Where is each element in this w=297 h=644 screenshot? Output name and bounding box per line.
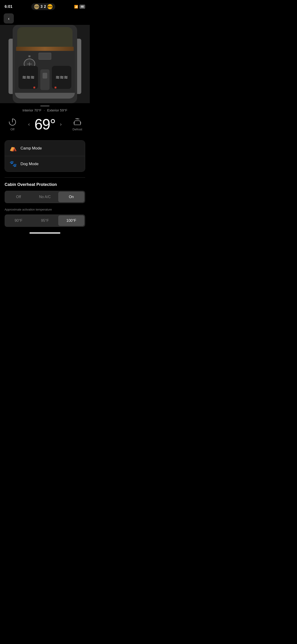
score-right: 2 — [44, 4, 46, 9]
battery-level: 46 — [81, 5, 84, 8]
wood-trim — [16, 47, 74, 51]
power-icon — [8, 118, 16, 126]
camp-mode-icon: ⛺ — [10, 145, 17, 152]
back-button[interactable]: ‹ — [4, 13, 14, 24]
climate-control: Off ‹ 69° › Defrost — [0, 116, 90, 133]
temp-info: Interior 70°F · Exterior 59°F — [0, 108, 90, 112]
car-bottom-bumper — [15, 93, 75, 98]
temp-value: 69° — [34, 116, 56, 133]
temp-increase-button[interactable]: › — [58, 120, 63, 129]
power-off-label: Off — [10, 128, 14, 131]
status-right: 📶 46 — [74, 4, 85, 9]
mode-cards: ⛺ Camp Mode 🐾 Dog Mode — [4, 140, 85, 172]
interior-temp: Interior 70°F — [22, 108, 42, 112]
temp-display: ‹ 69° › — [26, 116, 63, 133]
battery-indicator: 46 — [80, 4, 85, 9]
cabin-overheat-title: Cabin Overheat Protection — [4, 182, 85, 187]
seatbelt-right — [54, 86, 56, 88]
status-bar: 6:01 VGK 3 2 BOS 📶 46 — [0, 0, 90, 12]
activation-temp-label: Approximate activation temperature — [4, 208, 85, 211]
overheat-segmented-control: Off No A/C On — [4, 191, 85, 203]
temp-95-button[interactable]: 95°F — [32, 215, 58, 226]
exterior-temp: Exterior 59°F — [47, 108, 68, 112]
section-divider — [4, 177, 85, 178]
right-seat-heat-icon: ≋≋≋ — [56, 74, 68, 80]
score-widget: VGK 3 2 BOS — [31, 3, 55, 10]
team-vgk-logo: VGK — [34, 4, 39, 9]
temp-90-button[interactable]: 90°F — [6, 215, 32, 226]
dog-mode-label: Dog Mode — [20, 162, 38, 166]
car-image-container: ≋ ≋≋≋ ≋≋≋ — [0, 25, 90, 103]
team-bos-logo: BOS — [48, 4, 52, 9]
car-body: ≋ ≋≋≋ ≋≋≋ — [13, 25, 77, 103]
camp-mode-card[interactable]: ⛺ Camp Mode — [5, 140, 85, 156]
seat-left: ≋≋≋ — [18, 66, 38, 89]
dog-mode-card[interactable]: 🐾 Dog Mode — [5, 156, 85, 172]
seatbelt-left — [34, 86, 35, 88]
temp-100-button[interactable]: 100°F — [58, 215, 84, 226]
heat-waves-steering: ≋ — [28, 54, 31, 58]
back-arrow-icon: ‹ — [8, 16, 10, 21]
overheat-off-button[interactable]: Off — [6, 192, 32, 202]
temp-decrease-button[interactable]: ‹ — [26, 120, 32, 129]
dog-mode-icon: 🐾 — [10, 160, 17, 168]
defrost-button[interactable]: Defrost — [70, 118, 84, 131]
defrost-icon — [72, 118, 82, 126]
back-button-area: ‹ — [0, 12, 90, 25]
home-indicator — [30, 232, 60, 234]
seat-right: ≋≋≋ — [52, 66, 71, 89]
temp-separator: · — [44, 108, 45, 112]
camp-mode-label: Camp Mode — [20, 146, 42, 151]
wifi-icon: 📶 — [74, 5, 78, 8]
drag-indicator — [40, 106, 50, 106]
temp-segmented-control: 90°F 95°F 100°F — [4, 214, 85, 227]
dash-screen — [39, 53, 51, 60]
car-top-view: ≋ ≋≋≋ ≋≋≋ — [0, 25, 90, 103]
car-interior: ≋ ≋≋≋ ≋≋≋ — [15, 51, 75, 98]
svg-rect-2 — [74, 122, 74, 124]
left-seat-heat-icon: ≋≋≋ — [22, 74, 34, 80]
score-left: 3 — [40, 4, 42, 9]
overheat-on-button[interactable]: On — [58, 192, 84, 202]
defrost-label: Defrost — [72, 128, 82, 131]
status-time: 6:01 — [4, 4, 12, 9]
power-off-button[interactable]: Off — [6, 118, 19, 131]
overheat-noac-button[interactable]: No A/C — [32, 192, 58, 202]
svg-rect-3 — [80, 122, 81, 124]
center-console — [40, 69, 50, 90]
